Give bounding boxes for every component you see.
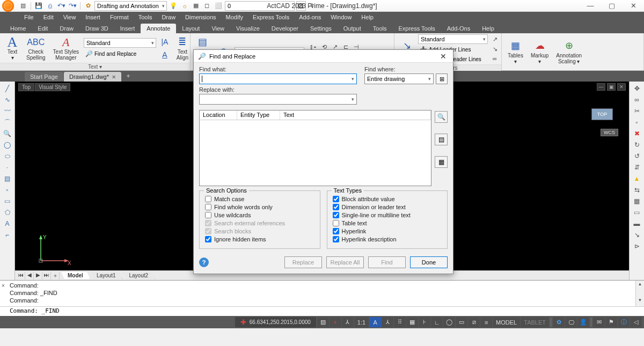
sb-osnap-icon[interactable]: ◯ xyxy=(443,317,455,327)
link-icon[interactable]: ∞ xyxy=(632,95,642,105)
col-text[interactable]: Text xyxy=(280,111,431,120)
block-attr-checkbox[interactable]: Block attribute value xyxy=(333,196,442,202)
check-spelling-button[interactable]: ABCCheck Spelling xyxy=(24,34,48,62)
region-tool-icon[interactable]: ▫ xyxy=(2,185,13,195)
vp-close-icon[interactable]: ✕ xyxy=(617,83,626,91)
workspace-selector[interactable]: Drafting and Annotation xyxy=(94,1,167,11)
menu-file[interactable]: File xyxy=(19,12,39,23)
grid-snap-icon[interactable]: ▦ xyxy=(632,196,642,206)
sb-model[interactable]: MODEL xyxy=(493,317,520,327)
command-scrollbar[interactable]: ▲▼ xyxy=(635,281,644,306)
sb-ratio[interactable]: 1:1 xyxy=(354,317,369,327)
close-tab-icon[interactable]: ✕ xyxy=(112,74,116,80)
warn-icon[interactable]: ▲ xyxy=(632,174,642,183)
extra-icon[interactable]: ⊳ xyxy=(632,241,642,251)
layout-next-icon[interactable]: ▶ xyxy=(34,272,42,279)
view-cube[interactable]: TOP xyxy=(591,108,613,120)
redo-icon[interactable]: ↷▾ xyxy=(68,1,77,11)
replace-button[interactable]: Replace xyxy=(284,256,322,268)
sun-icon[interactable]: ☼ xyxy=(180,1,189,11)
point-tool-icon[interactable]: · xyxy=(2,163,13,172)
tab-start-page[interactable]: Start Page xyxy=(25,72,63,82)
tab-edit[interactable]: Edit xyxy=(32,24,54,33)
leader-tool-b[interactable]: ↘ xyxy=(490,44,500,54)
leader-tool-a[interactable]: ↗ xyxy=(490,34,500,44)
tab-help[interactable]: Help xyxy=(476,24,500,33)
command-input[interactable]: Command: _FIND xyxy=(0,306,644,316)
list-results-button[interactable]: ▤ xyxy=(435,134,448,145)
menu-help[interactable]: Help xyxy=(356,12,378,23)
tab-draw[interactable]: Draw xyxy=(54,24,79,33)
help-button[interactable]: ? xyxy=(199,257,209,267)
tab-annotate[interactable]: Annotate xyxy=(141,24,176,33)
viewport-top-label[interactable]: Top xyxy=(18,83,34,91)
circle-tool-icon[interactable]: ◯ xyxy=(2,140,13,150)
undo-icon[interactable]: ↶▾ xyxy=(56,1,66,11)
leader-style-combo[interactable]: Standard xyxy=(418,34,488,44)
menu-window[interactable]: Window xyxy=(326,12,356,23)
tab-layout[interactable]: Layout xyxy=(176,24,206,33)
sb-lwt-icon[interactable]: ≡ xyxy=(480,317,492,327)
find-where-combo[interactable]: Entire drawing xyxy=(364,73,434,84)
select-icon[interactable]: ▬ xyxy=(632,219,642,229)
menu-tools[interactable]: Tools xyxy=(134,12,157,23)
add-tab-button[interactable]: ＋ xyxy=(122,70,135,82)
dialog-titlebar[interactable]: 🔎 Find and Replace ✕ xyxy=(194,50,453,63)
sb-iso-icon[interactable]: ⅄ xyxy=(342,317,354,327)
fillet-tool-icon[interactable]: ⌐ xyxy=(2,230,13,240)
print-icon[interactable]: ⎙ xyxy=(45,1,55,11)
find-button[interactable]: Find xyxy=(368,256,406,268)
text-styles-button[interactable]: AText Styles Manager xyxy=(50,34,82,62)
tab-addons[interactable]: Add-Ons xyxy=(441,24,476,33)
sb-monitor-icon[interactable]: 🖵 xyxy=(565,317,577,327)
sb-snapgrid-icon[interactable]: ▦ xyxy=(406,317,418,327)
layout-1[interactable]: Layout1 xyxy=(90,272,123,279)
col-entity[interactable]: Entity Type xyxy=(237,111,280,120)
sb-settings-icon[interactable]: ✿ xyxy=(553,317,565,327)
results-list[interactable]: Location Entity Type Text xyxy=(199,110,431,186)
dim-leader-checkbox[interactable]: Dimension or leader text xyxy=(333,204,442,210)
menu-insert[interactable]: Insert xyxy=(80,12,105,23)
tab-express[interactable]: Express Tools xyxy=(392,24,441,33)
whole-words-checkbox[interactable]: Find whole words only xyxy=(205,204,314,210)
tables-button[interactable]: ▦Tables ▾ xyxy=(505,38,526,65)
leader-tool-c[interactable]: ∞ xyxy=(490,54,500,63)
polyline-tool-icon[interactable]: ∿ xyxy=(2,95,13,105)
vp-minimize-icon[interactable]: — xyxy=(597,83,605,91)
tab-developer[interactable]: Developer xyxy=(266,24,304,33)
mirror-h-icon[interactable]: ⇵ xyxy=(632,163,642,172)
hyperlink-desc-checkbox[interactable]: Hyperlink description xyxy=(333,236,442,242)
tab-drawing1[interactable]: Drawing1.dwg*✕ xyxy=(64,72,121,82)
replace-all-button[interactable]: Replace All xyxy=(326,256,364,268)
wildcards-checkbox[interactable]: Use wildcards xyxy=(205,212,314,218)
delete-icon[interactable]: ✖ xyxy=(632,129,642,138)
hyperlink-checkbox[interactable]: Hyperlink xyxy=(333,228,442,234)
new-icon[interactable]: ▥ xyxy=(18,1,28,11)
close-button[interactable]: ✕ xyxy=(623,0,644,12)
maximize-icon[interactable]: ⬜ xyxy=(214,1,223,11)
done-button[interactable]: Done xyxy=(410,256,448,268)
rotate-ccw-icon[interactable]: ↺ xyxy=(632,151,642,161)
menu-edit[interactable]: Edit xyxy=(39,12,58,23)
create-selection-button[interactable]: ▦ xyxy=(435,156,448,168)
sb-otrack-icon[interactable]: ▭ xyxy=(456,317,467,327)
layout-prev-icon[interactable]: ◀ xyxy=(25,272,34,279)
sb-flag-icon[interactable]: ⚑ xyxy=(605,317,617,327)
menu-express-tools[interactable]: Express Tools xyxy=(248,12,294,23)
markup-button[interactable]: ☁Markup ▾ xyxy=(528,38,551,65)
ellipse-tool-icon[interactable]: ⬭ xyxy=(2,151,13,161)
menu-addons[interactable]: Add-ons xyxy=(294,12,326,23)
dialog-close-button[interactable]: ✕ xyxy=(438,52,449,61)
ignore-hidden-checkbox[interactable]: Ignore hidden items xyxy=(205,236,314,242)
layout-last-icon[interactable]: ⏭ xyxy=(42,272,51,279)
text-align-button[interactable]: ≣Text Align xyxy=(173,34,192,62)
menu-format[interactable]: Format xyxy=(105,12,134,23)
single-multi-checkbox[interactable]: Single-line or multiline text xyxy=(333,212,442,218)
sb-cross-icon[interactable]: ＋ xyxy=(330,317,341,327)
zoom-to-button[interactable]: 🔍 xyxy=(435,111,448,123)
sb-dyn-icon[interactable]: ⧄ xyxy=(468,317,480,327)
annotation-scaling-button[interactable]: ⊕Annotation Scaling ▾ xyxy=(553,38,584,65)
sb-anno-icon[interactable]: A xyxy=(369,317,381,327)
layout-add-icon[interactable]: ＋ xyxy=(51,272,60,279)
text-tool-icon[interactable]: A xyxy=(2,219,13,229)
